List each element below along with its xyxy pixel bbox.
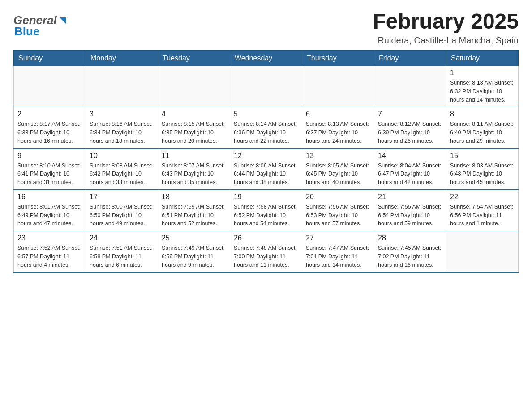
day-info: Sunrise: 8:13 AM Sunset: 6:37 PM Dayligh… [306, 120, 370, 145]
calendar-table: Sunday Monday Tuesday Wednesday Thursday… [13, 50, 519, 273]
day-info: Sunrise: 7:49 AM Sunset: 6:59 PM Dayligh… [162, 244, 226, 269]
day-number: 5 [234, 110, 298, 118]
day-info: Sunrise: 8:10 AM Sunset: 6:41 PM Dayligh… [17, 162, 82, 187]
col-friday: Friday [374, 51, 446, 66]
day-number: 14 [378, 152, 442, 160]
svg-marker-0 [60, 17, 66, 24]
calendar-cell: 16Sunrise: 8:01 AM Sunset: 6:49 PM Dayli… [14, 190, 86, 231]
calendar-cell: 28Sunrise: 7:45 AM Sunset: 7:02 PM Dayli… [374, 231, 446, 272]
day-number: 15 [450, 152, 515, 160]
day-number: 6 [306, 110, 370, 118]
calendar-cell: 4Sunrise: 8:15 AM Sunset: 6:35 PM Daylig… [158, 107, 230, 148]
days-of-week-row: Sunday Monday Tuesday Wednesday Thursday… [14, 51, 519, 66]
day-number: 4 [162, 110, 226, 118]
calendar-cell: 10Sunrise: 8:08 AM Sunset: 6:42 PM Dayli… [86, 149, 158, 190]
calendar-cell [158, 66, 230, 107]
calendar-cell: 7Sunrise: 8:12 AM Sunset: 6:39 PM Daylig… [374, 107, 446, 148]
calendar-cell: 12Sunrise: 8:06 AM Sunset: 6:44 PM Dayli… [230, 149, 302, 190]
day-number: 12 [234, 152, 298, 160]
logo-arrow-icon [58, 16, 68, 26]
day-info: Sunrise: 8:07 AM Sunset: 6:43 PM Dayligh… [162, 162, 226, 187]
day-info: Sunrise: 8:17 AM Sunset: 6:33 PM Dayligh… [17, 120, 82, 145]
calendar-cell: 18Sunrise: 7:59 AM Sunset: 6:51 PM Dayli… [158, 190, 230, 231]
day-info: Sunrise: 8:18 AM Sunset: 6:32 PM Dayligh… [450, 79, 515, 104]
calendar-cell: 21Sunrise: 7:55 AM Sunset: 6:54 PM Dayli… [374, 190, 446, 231]
calendar-week-5: 23Sunrise: 7:52 AM Sunset: 6:57 PM Dayli… [14, 231, 519, 272]
day-info: Sunrise: 8:06 AM Sunset: 6:44 PM Dayligh… [234, 162, 298, 187]
calendar-header: Sunday Monday Tuesday Wednesday Thursday… [14, 51, 519, 66]
day-number: 23 [17, 234, 82, 242]
day-number: 21 [378, 193, 442, 201]
calendar-cell [374, 66, 446, 107]
day-number: 24 [90, 234, 154, 242]
day-info: Sunrise: 7:47 AM Sunset: 7:01 PM Dayligh… [306, 244, 370, 269]
day-number: 16 [17, 193, 82, 201]
day-info: Sunrise: 8:01 AM Sunset: 6:49 PM Dayligh… [17, 203, 82, 228]
day-number: 2 [17, 110, 82, 118]
day-info: Sunrise: 8:16 AM Sunset: 6:34 PM Dayligh… [90, 120, 154, 145]
day-number: 9 [17, 152, 82, 160]
calendar-cell: 24Sunrise: 7:51 AM Sunset: 6:58 PM Dayli… [86, 231, 158, 272]
col-sunday: Sunday [14, 51, 86, 66]
col-wednesday: Wednesday [230, 51, 302, 66]
day-info: Sunrise: 7:54 AM Sunset: 6:56 PM Dayligh… [450, 203, 515, 228]
calendar-cell: 9Sunrise: 8:10 AM Sunset: 6:41 PM Daylig… [14, 149, 86, 190]
day-number: 19 [234, 193, 298, 201]
day-info: Sunrise: 8:08 AM Sunset: 6:42 PM Dayligh… [90, 162, 154, 187]
day-info: Sunrise: 8:11 AM Sunset: 6:40 PM Dayligh… [450, 120, 515, 145]
day-number: 3 [90, 110, 154, 118]
day-info: Sunrise: 8:04 AM Sunset: 6:47 PM Dayligh… [378, 162, 442, 187]
day-info: Sunrise: 8:03 AM Sunset: 6:48 PM Dayligh… [450, 162, 515, 187]
day-info: Sunrise: 7:55 AM Sunset: 6:54 PM Dayligh… [378, 203, 442, 228]
calendar-week-4: 16Sunrise: 8:01 AM Sunset: 6:49 PM Dayli… [14, 190, 519, 231]
calendar-cell: 5Sunrise: 8:14 AM Sunset: 6:36 PM Daylig… [230, 107, 302, 148]
calendar-cell: 25Sunrise: 7:49 AM Sunset: 6:59 PM Dayli… [158, 231, 230, 272]
calendar-cell: 11Sunrise: 8:07 AM Sunset: 6:43 PM Dayli… [158, 149, 230, 190]
day-info: Sunrise: 7:48 AM Sunset: 7:00 PM Dayligh… [234, 244, 298, 269]
day-info: Sunrise: 8:15 AM Sunset: 6:35 PM Dayligh… [162, 120, 226, 145]
page-subtitle: Ruidera, Castille-La Mancha, Spain [373, 35, 519, 46]
day-info: Sunrise: 7:51 AM Sunset: 6:58 PM Dayligh… [90, 244, 154, 269]
calendar-cell [230, 66, 302, 107]
calendar-cell [302, 66, 374, 107]
day-info: Sunrise: 7:58 AM Sunset: 6:52 PM Dayligh… [234, 203, 298, 228]
day-info: Sunrise: 8:14 AM Sunset: 6:36 PM Dayligh… [234, 120, 298, 145]
page-title: February 2025 [373, 9, 519, 34]
day-number: 7 [378, 110, 442, 118]
calendar-cell: 27Sunrise: 7:47 AM Sunset: 7:01 PM Dayli… [302, 231, 374, 272]
calendar-cell: 15Sunrise: 8:03 AM Sunset: 6:48 PM Dayli… [446, 149, 519, 190]
calendar-cell: 22Sunrise: 7:54 AM Sunset: 6:56 PM Dayli… [446, 190, 519, 231]
calendar-cell: 8Sunrise: 8:11 AM Sunset: 6:40 PM Daylig… [446, 107, 519, 148]
day-info: Sunrise: 8:12 AM Sunset: 6:39 PM Dayligh… [378, 120, 442, 145]
calendar-cell: 2Sunrise: 8:17 AM Sunset: 6:33 PM Daylig… [14, 107, 86, 148]
day-number: 25 [162, 234, 226, 242]
calendar-cell [14, 66, 86, 107]
calendar-cell: 23Sunrise: 7:52 AM Sunset: 6:57 PM Dayli… [14, 231, 86, 272]
day-number: 13 [306, 152, 370, 160]
calendar-cell: 20Sunrise: 7:56 AM Sunset: 6:53 PM Dayli… [302, 190, 374, 231]
calendar-week-3: 9Sunrise: 8:10 AM Sunset: 6:41 PM Daylig… [14, 149, 519, 190]
calendar-cell: 1Sunrise: 8:18 AM Sunset: 6:32 PM Daylig… [446, 66, 519, 107]
title-block: February 2025 Ruidera, Castille-La Manch… [373, 9, 519, 46]
day-info: Sunrise: 7:52 AM Sunset: 6:57 PM Dayligh… [17, 244, 82, 269]
day-number: 28 [378, 234, 442, 242]
day-info: Sunrise: 8:05 AM Sunset: 6:45 PM Dayligh… [306, 162, 370, 187]
calendar-cell: 26Sunrise: 7:48 AM Sunset: 7:00 PM Dayli… [230, 231, 302, 272]
col-tuesday: Tuesday [158, 51, 230, 66]
logo: General Blue [13, 13, 68, 39]
calendar-body: 1Sunrise: 8:18 AM Sunset: 6:32 PM Daylig… [14, 66, 519, 273]
day-number: 26 [234, 234, 298, 242]
day-info: Sunrise: 7:56 AM Sunset: 6:53 PM Dayligh… [306, 203, 370, 228]
day-number: 18 [162, 193, 226, 201]
calendar-cell: 19Sunrise: 7:58 AM Sunset: 6:52 PM Dayli… [230, 190, 302, 231]
calendar-cell: 3Sunrise: 8:16 AM Sunset: 6:34 PM Daylig… [86, 107, 158, 148]
calendar-cell: 6Sunrise: 8:13 AM Sunset: 6:37 PM Daylig… [302, 107, 374, 148]
calendar-week-1: 1Sunrise: 8:18 AM Sunset: 6:32 PM Daylig… [14, 66, 519, 107]
day-number: 20 [306, 193, 370, 201]
calendar-cell: 14Sunrise: 8:04 AM Sunset: 6:47 PM Dayli… [374, 149, 446, 190]
day-number: 11 [162, 152, 226, 160]
calendar-cell [446, 231, 519, 272]
calendar-cell: 17Sunrise: 8:00 AM Sunset: 6:50 PM Dayli… [86, 190, 158, 231]
day-info: Sunrise: 7:45 AM Sunset: 7:02 PM Dayligh… [378, 244, 442, 269]
page-header: General Blue February 2025 Ruidera, Cast… [13, 9, 519, 46]
